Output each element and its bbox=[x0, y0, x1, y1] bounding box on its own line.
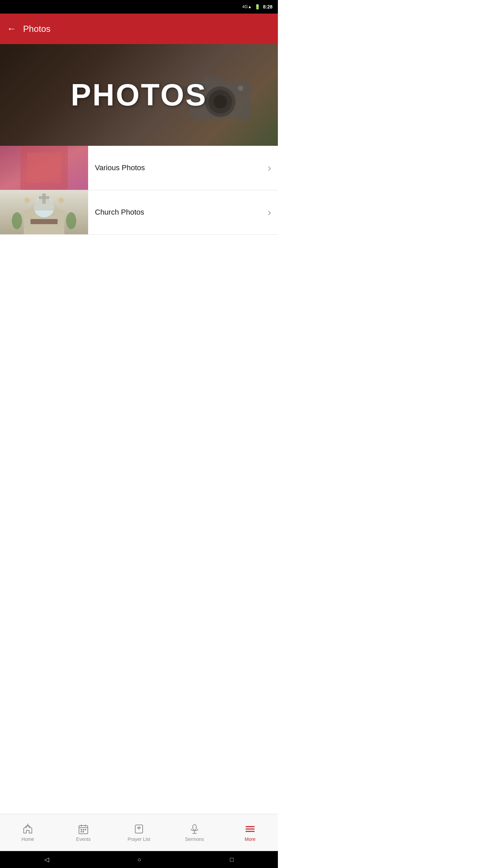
svg-point-14 bbox=[58, 198, 64, 203]
status-bar: 4G▲ 🔋 8:28 bbox=[0, 0, 278, 14]
signal-icon: 4G▲ bbox=[242, 4, 252, 9]
svg-point-17 bbox=[66, 212, 76, 229]
time-display: 8:28 bbox=[263, 4, 272, 9]
svg-point-16 bbox=[12, 212, 22, 229]
app-bar: ← Photos bbox=[0, 14, 278, 44]
thumbnail-various bbox=[0, 146, 88, 190]
list-item[interactable]: Church Photos › bbox=[0, 190, 278, 235]
chevron-right-icon: › bbox=[268, 162, 271, 174]
page-title: Photos bbox=[23, 24, 50, 34]
hero-title: PHOTOS bbox=[71, 78, 207, 113]
back-button[interactable]: ← bbox=[7, 23, 16, 34]
svg-point-6 bbox=[238, 85, 243, 91]
svg-rect-15 bbox=[30, 219, 58, 224]
photo-list: Various Photos › bbox=[0, 146, 278, 235]
chevron-right-icon: › bbox=[268, 206, 271, 218]
church-photos-thumbnail-image bbox=[0, 190, 88, 234]
list-item[interactable]: Various Photos › bbox=[0, 146, 278, 190]
battery-icon: 🔋 bbox=[255, 4, 260, 9]
empty-content-area bbox=[0, 235, 278, 438]
hero-banner: PHOTOS bbox=[0, 44, 278, 146]
various-photos-thumbnail-image bbox=[0, 146, 88, 190]
church-photos-content: Church Photos › bbox=[88, 206, 278, 218]
svg-point-13 bbox=[24, 198, 30, 203]
various-photos-content: Various Photos › bbox=[88, 162, 278, 174]
thumbnail-church bbox=[0, 190, 88, 234]
church-photos-title: Church Photos bbox=[95, 208, 144, 217]
svg-point-4 bbox=[214, 95, 227, 108]
various-photos-title: Various Photos bbox=[95, 163, 145, 172]
svg-rect-9 bbox=[27, 153, 61, 183]
